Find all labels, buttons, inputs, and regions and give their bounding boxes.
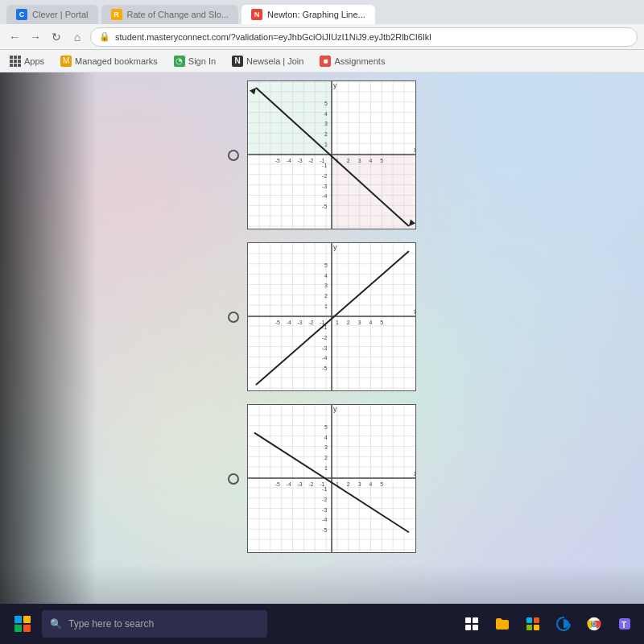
svg-text:4: 4	[369, 158, 372, 163]
teams-button[interactable]: T	[612, 611, 638, 637]
svg-text:-2: -2	[308, 158, 313, 163]
svg-text:-1: -1	[322, 486, 327, 492]
radio-1[interactable]	[228, 150, 239, 161]
svg-text:2: 2	[324, 293, 328, 299]
svg-text:4: 4	[369, 481, 372, 487]
svg-text:3: 3	[324, 283, 328, 288]
svg-text:x: x	[414, 308, 415, 316]
svg-text:2: 2	[324, 131, 328, 137]
start-button[interactable]	[6, 608, 39, 640]
svg-text:-4: -4	[322, 517, 327, 522]
file-explorer-button[interactable]	[489, 611, 515, 637]
win-quad-3	[14, 625, 22, 632]
graph-wrapper-1: x y -1 -2 -3 -4 -5 1 2 3 4 5 1 2 3 4	[228, 80, 416, 229]
svg-text:5: 5	[324, 101, 328, 106]
svg-text:-2: -2	[322, 497, 327, 502]
chrome-button[interactable]	[581, 611, 607, 637]
svg-text:y: y	[333, 405, 337, 413]
apps-grid-icon	[10, 56, 21, 67]
tab-label-newton: Newton: Graphing Line...	[267, 10, 365, 19]
svg-text:T: T	[621, 621, 626, 630]
svg-point-173	[592, 622, 596, 625]
store-button[interactable]	[520, 611, 546, 637]
tab-rate[interactable]: R Rate of Change and Slo...	[101, 5, 239, 24]
tab-clever[interactable]: C Clever | Portal	[6, 5, 98, 24]
svg-rect-163	[465, 617, 471, 623]
apps-label: Apps	[24, 56, 44, 66]
assignments-bookmark[interactable]: ■ Assignments	[316, 54, 388, 68]
tab-icon-clever: C	[16, 9, 27, 20]
svg-text:-5: -5	[322, 365, 327, 371]
svg-text:4: 4	[369, 320, 372, 325]
edge-icon	[555, 616, 572, 632]
svg-rect-167	[526, 617, 532, 623]
win-quad-2	[23, 616, 31, 623]
svg-line-109	[256, 251, 409, 385]
taskbar: 🔍 Type here to search	[0, 604, 644, 644]
graph-wrapper-2: x y -1 -2 -3 -4 -5 1 2 3 4 5 1 2 3 4	[228, 242, 416, 391]
svg-text:1: 1	[324, 303, 328, 309]
svg-text:y: y	[333, 243, 337, 251]
svg-text:-5: -5	[275, 481, 280, 487]
newsela-bookmark[interactable]: N Newsela | Join	[229, 54, 307, 68]
svg-text:3: 3	[324, 121, 328, 126]
svg-text:4: 4	[324, 111, 328, 117]
svg-text:2: 2	[324, 455, 328, 460]
svg-text:-4: -4	[322, 355, 327, 361]
svg-text:-2: -2	[322, 335, 327, 341]
store-icon	[525, 616, 541, 632]
radio-3[interactable]	[228, 473, 239, 485]
search-bar[interactable]: 🔍 Type here to search	[42, 610, 267, 638]
forward-button[interactable]: →	[27, 29, 43, 45]
svg-text:1: 1	[324, 142, 328, 147]
svg-text:3: 3	[324, 444, 328, 450]
file-explorer-icon	[494, 616, 510, 632]
tab-label-clever: Clever | Portal	[32, 10, 89, 19]
refresh-button[interactable]: ↻	[48, 29, 64, 45]
search-icon: 🔍	[50, 618, 62, 630]
home-button[interactable]: ⌂	[69, 29, 85, 45]
svg-text:-5: -5	[275, 320, 280, 325]
task-view-button[interactable]	[459, 611, 485, 637]
url-bar[interactable]: 🔒 student.masteryconnect.com/?validation…	[90, 27, 638, 47]
svg-text:-3: -3	[297, 320, 302, 325]
tab-label-rate: Rate of Change and Slo...	[127, 10, 229, 19]
signin-label: Sign In	[188, 56, 216, 66]
svg-rect-1	[332, 155, 415, 229]
tab-newton[interactable]: N Newton: Graphing Line...	[242, 5, 375, 24]
svg-text:2: 2	[347, 320, 350, 325]
svg-rect-164	[473, 617, 478, 623]
svg-text:5: 5	[324, 424, 328, 430]
edge-button[interactable]	[551, 611, 576, 637]
windows-logo	[14, 616, 31, 632]
svg-rect-170	[534, 625, 539, 630]
tab-icon-rate: R	[111, 9, 122, 20]
browser-chrome: C Clever | Portal R Rate of Change and S…	[0, 0, 644, 72]
svg-text:-3: -3	[322, 345, 327, 351]
svg-rect-168	[534, 617, 539, 623]
radio-2[interactable]	[228, 312, 239, 323]
svg-text:4: 4	[324, 435, 328, 440]
svg-text:-3: -3	[297, 158, 302, 163]
back-button[interactable]: ←	[6, 29, 23, 45]
address-bar: ← → ↻ ⌂ 🔒 student.masteryconnect.com/?va…	[0, 24, 644, 50]
task-view-icon	[464, 616, 480, 632]
signin-bookmark[interactable]: ◔ Sign In	[171, 54, 219, 68]
apps-bookmark[interactable]: Apps	[6, 54, 47, 68]
svg-text:-4: -4	[322, 193, 327, 199]
page-content: x y -1 -2 -3 -4 -5 1 2 3 4 5 1 2 3 4	[0, 72, 644, 604]
svg-rect-165	[465, 625, 471, 630]
graph-2[interactable]: x y -1 -2 -3 -4 -5 1 2 3 4 5 1 2 3 4	[247, 242, 416, 391]
svg-text:1: 1	[336, 320, 339, 325]
managed-bookmarks[interactable]: M Managed bookmarks	[57, 54, 161, 68]
graph-3[interactable]: x y -1 -2 -3 -4 -5 1 2 3 4 5 1 2 3 4	[247, 404, 416, 553]
svg-rect-169	[526, 625, 532, 630]
graph-1[interactable]: x y -1 -2 -3 -4 -5 1 2 3 4 5 1 2 3 4	[247, 80, 416, 229]
svg-text:5: 5	[380, 158, 383, 163]
chrome-icon	[586, 616, 602, 632]
svg-text:-4: -4	[287, 320, 291, 325]
win-quad-4	[23, 625, 31, 632]
svg-text:x: x	[414, 146, 415, 154]
bookmarks-bar: Apps M Managed bookmarks ◔ Sign In N New…	[0, 50, 644, 72]
win-quad-1	[14, 616, 22, 623]
